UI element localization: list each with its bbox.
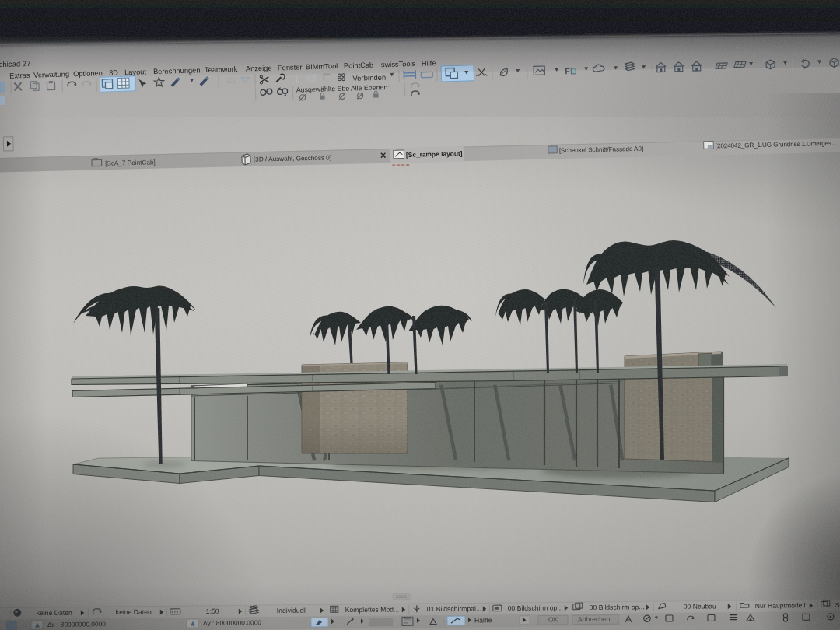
svg-text:[Sc_rampe layout]: [Sc_rampe layout] xyxy=(406,149,463,159)
svg-text:Alle Ebenen:: Alle Ebenen: xyxy=(351,83,390,92)
svg-text:Verbinden: Verbinden xyxy=(352,73,386,82)
svg-text:Ausgewählte Ebe: Ausgewählte Ebe xyxy=(296,85,350,94)
svg-text:[ScA_7 PointCab]: [ScA_7 PointCab] xyxy=(105,159,156,167)
